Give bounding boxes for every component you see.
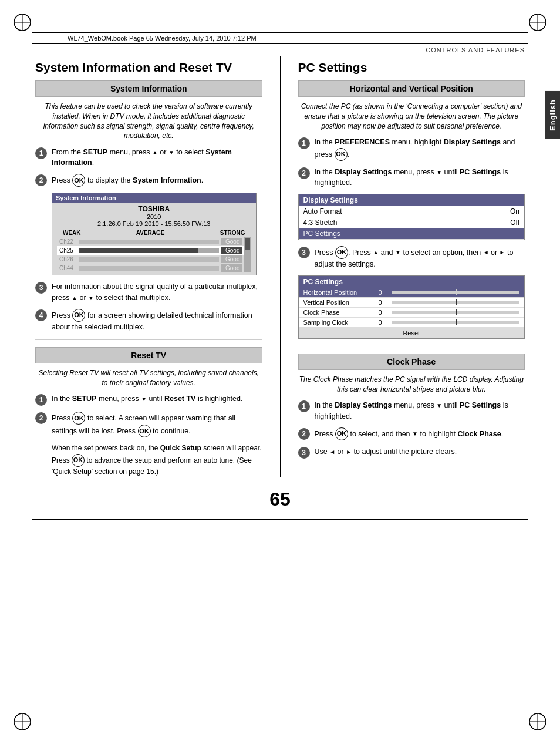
pc-clock-indicator xyxy=(456,309,457,315)
right-column: PC Settings Horizontal and Vertical Posi… xyxy=(298,56,525,477)
section-divider-1 xyxy=(35,339,262,340)
cp-step-text-3: Use or to adjust until the picture clear… xyxy=(315,446,457,457)
left-section-title: System Information and Reset TV xyxy=(35,60,262,75)
autoformat-label: Auto Format xyxy=(303,207,342,216)
si-channels-wrapper: Ch22 Good Ch25 xyxy=(57,237,251,272)
autoformat-value: On xyxy=(510,207,519,216)
ch25-fill xyxy=(79,248,198,253)
43stretch-label: 4:3 Stretch xyxy=(303,218,338,227)
si-channel-ch25: Ch25 Good xyxy=(57,246,244,255)
si-scroll-thumb xyxy=(245,238,250,250)
pc-sampling-label: Sampling Clock xyxy=(303,319,374,326)
main-content: System Information and Reset TV System I… xyxy=(35,56,525,477)
ch22-label: Ch22 xyxy=(59,238,77,245)
pc-clock-bar xyxy=(392,311,520,314)
system-info-screen: System Information TOSHIBA 2010 2.1.26.0… xyxy=(52,193,257,275)
system-info-header: System Information xyxy=(35,80,262,97)
left-column: System Information and Reset TV System I… xyxy=(35,56,262,477)
pc-settings-reset-label: Reset xyxy=(403,329,420,336)
cp-step-3: 3 Use or to adjust until the picture cle… xyxy=(298,446,525,459)
ch25-bar xyxy=(79,248,219,253)
clock-phase-intro: The Clock Phase matches the PC signal wi… xyxy=(298,375,525,395)
si-brand: TOSHIBA xyxy=(57,205,251,213)
ch44-bar xyxy=(79,266,219,271)
ch26-quality: Good xyxy=(221,255,242,263)
reset-step-text-2: Press OK to select. A screen will appear… xyxy=(52,412,262,437)
ch26-label: Ch26 xyxy=(59,256,77,262)
pc-row-clock: Clock Phase 0 xyxy=(299,308,525,318)
pc-settings-table-header: PC Settings xyxy=(299,276,525,288)
pc-vert-indicator xyxy=(456,299,457,305)
reset-tv-header: Reset TV xyxy=(35,347,262,363)
column-divider xyxy=(280,56,281,477)
ch44-label: Ch44 xyxy=(59,265,77,271)
si-channels: Ch22 Good Ch25 xyxy=(57,237,244,272)
hv-step-2: 2 In the Display Settings menu, press un… xyxy=(298,167,525,188)
step-3: 3 For information about the signal quali… xyxy=(35,281,262,302)
cp-step-1: 1 In the Display Settings menu, press un… xyxy=(298,400,525,421)
display-settings-row-autoformat: Auto Format On xyxy=(299,206,525,217)
ch22-bar xyxy=(79,240,219,244)
section-divider-2 xyxy=(298,346,525,346)
step-number-1: 1 xyxy=(35,147,47,159)
hv-step-number-2: 2 xyxy=(298,167,310,179)
corner-mark-tr xyxy=(526,11,549,34)
pc-vert-value: 0 xyxy=(379,299,387,306)
step-number-4: 4 xyxy=(35,309,47,321)
reset-step-text-1: In the SETUP menu, press until Reset TV … xyxy=(52,393,242,404)
si-channel-ch22: Ch22 Good xyxy=(57,237,244,246)
pc-sampling-bar xyxy=(392,321,520,324)
si-label-weak: WEAK xyxy=(63,230,81,236)
hv-step-3: 3 Press OK. Press and to select an optio… xyxy=(298,246,525,270)
ch22-quality: Good xyxy=(221,238,242,245)
controls-label: CONTROLS AND FEATURES xyxy=(426,46,525,53)
si-label-strong: STRONG xyxy=(220,230,245,236)
hv-step-number-3: 3 xyxy=(298,247,310,258)
hv-step-number-1: 1 xyxy=(298,137,310,149)
pc-horiz-label: Horizontal Position xyxy=(303,289,374,296)
reset-step-number-1: 1 xyxy=(35,394,47,406)
step-number-3: 3 xyxy=(35,282,47,294)
step-text-2: Press OK to display the System Informati… xyxy=(52,174,203,187)
step-text-4: Press OK for a screen showing detailed t… xyxy=(52,309,262,332)
corner-mark-br xyxy=(526,710,549,733)
pc-clock-label: Clock Phase xyxy=(303,309,374,316)
cp-step-number-1: 1 xyxy=(298,400,310,412)
step-number-2: 2 xyxy=(35,174,47,186)
pc-settings-table: PC Settings Horizontal Position 0 Vertic… xyxy=(298,275,525,339)
ch44-quality: Good xyxy=(221,264,242,272)
bottom-bar xyxy=(32,519,528,520)
cp-step-text-1: In the Display Settings menu, press unti… xyxy=(315,400,525,421)
ch25-label: Ch25 xyxy=(59,247,77,254)
file-info: WL74_WebOM.book Page 65 Wednesday, July … xyxy=(68,35,257,42)
system-info-intro: This feature can be used to check the ve… xyxy=(35,102,262,141)
pc-clock-value: 0 xyxy=(379,309,387,316)
reset-tv-note: When the set powers back on, the Quick S… xyxy=(52,443,262,477)
pc-horiz-value: 0 xyxy=(379,289,387,296)
hv-step-text-2: In the Display Settings menu, press unti… xyxy=(315,167,525,188)
si-label-average: AVERAGE xyxy=(136,230,165,236)
cp-step-text-2: Press OK to select, and then to highligh… xyxy=(315,427,504,440)
corner-mark-tl xyxy=(11,11,34,34)
pc-horiz-bar xyxy=(392,291,520,294)
display-settings-row-pcsettings: PC Settings xyxy=(299,228,525,240)
pc-vert-label: Vertical Position xyxy=(303,299,374,306)
horiz-vert-header: Horizontal and Vertical Position xyxy=(298,80,525,97)
step-4: 4 Press OK for a screen showing detailed… xyxy=(35,309,262,332)
si-channel-ch44: Ch44 Good xyxy=(57,264,244,272)
43stretch-value: Off xyxy=(510,218,519,227)
controls-bar: CONTROLS AND FEATURES xyxy=(0,44,560,56)
pc-row-horiz: Horizontal Position 0 xyxy=(299,288,525,298)
pcsettings-label: PC Settings xyxy=(303,230,340,238)
si-year: 2010 xyxy=(57,213,251,220)
step-text-3: For information about the signal quality… xyxy=(52,281,262,302)
cp-step-2: 2 Press OK to select, and then to highli… xyxy=(298,427,525,440)
si-channel-ch26: Ch26 Good xyxy=(57,255,244,264)
pc-vert-bar xyxy=(392,301,520,304)
ch25-quality: Good xyxy=(221,247,242,254)
step-2: 2 Press OK to display the System Informa… xyxy=(35,174,262,187)
display-settings-table: Display Settings Auto Format On 4:3 Stre… xyxy=(298,194,525,240)
reset-step-2: 2 Press OK to select. A screen will appe… xyxy=(35,412,262,437)
si-version: 2.1.26.0 Feb 19 2010 - 15:56:50 FW:13 xyxy=(57,220,251,227)
page-number: 65 xyxy=(0,477,560,519)
